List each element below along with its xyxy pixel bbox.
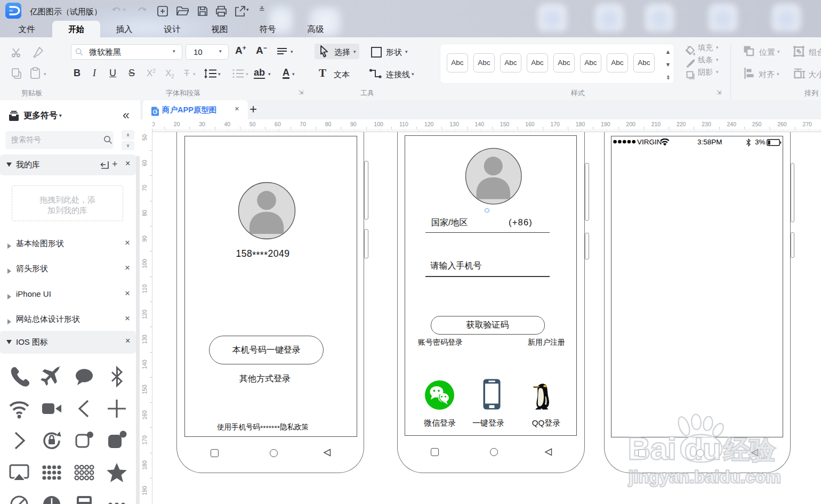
svg-text:经验: 经验 bbox=[723, 436, 776, 464]
svg-text:Bai: Bai bbox=[628, 431, 676, 466]
svg-text:jingyan.baidu.com: jingyan.baidu.com bbox=[628, 467, 781, 486]
svg-text:du: du bbox=[685, 432, 721, 466]
